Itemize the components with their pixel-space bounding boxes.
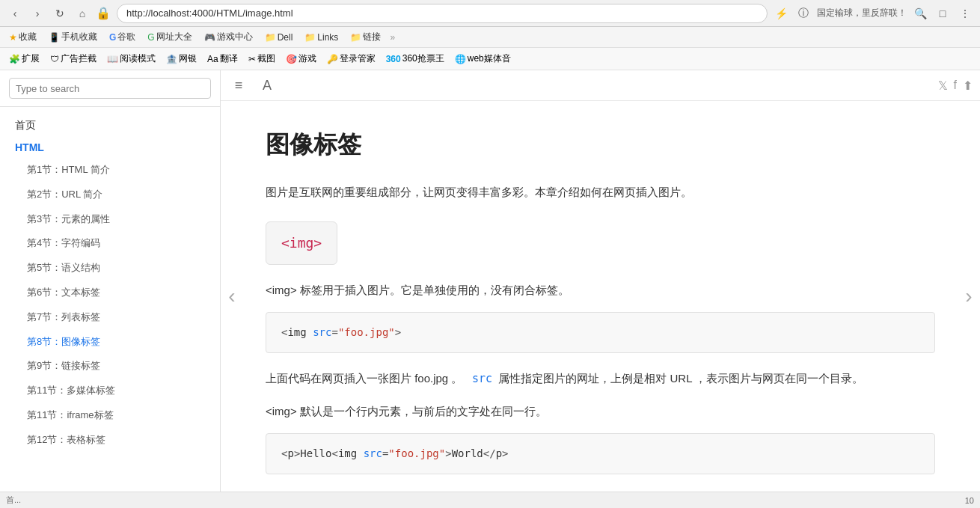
sidebar-item-4[interactable]: 第4节：字符编码 bbox=[0, 231, 220, 256]
refresh2-button[interactable]: ⚡ bbox=[772, 4, 790, 22]
code1-attr-name: src bbox=[313, 326, 331, 338]
bookmark-wangzhi-label: 网址大全 bbox=[156, 31, 192, 43]
code1-equals: = bbox=[331, 326, 337, 338]
ext-webmedia[interactable]: 🌐 web媒体音 bbox=[452, 52, 514, 66]
sidebar-item-7[interactable]: 第7节：列表标签 bbox=[0, 305, 220, 330]
browser-toolbar: ‹ › ↻ ⌂ 🔒 ⚡ ⓘ 国定输球，里反辞联！ 🔍 □ ⋮ bbox=[0, 0, 980, 27]
ext-webmedia-label: web媒体音 bbox=[468, 52, 511, 65]
bookmark-games-label: 游戏中心 bbox=[217, 31, 253, 43]
games-icon: 🎮 bbox=[204, 32, 215, 43]
bookmark-phone[interactable]: 📱 手机收藏 bbox=[46, 30, 100, 44]
cast-button[interactable]: ⓘ bbox=[794, 4, 812, 22]
address-bar[interactable] bbox=[117, 4, 768, 23]
menu-icon[interactable]: ≡ bbox=[228, 75, 249, 96]
bookmark-star-label: 收藏 bbox=[19, 31, 37, 43]
status-left: 首... bbox=[6, 495, 21, 506]
code1-close: > bbox=[395, 326, 401, 338]
bookmark-dell-label: Dell bbox=[278, 32, 293, 43]
section2-text: 上面代码在网页插入一张图片 foo.jpg 。 src 属性指定图片的网址，上例… bbox=[266, 368, 935, 389]
share-icon[interactable]: ⬆ bbox=[963, 79, 973, 93]
sidebar-item-5[interactable]: 第5节：语义结构 bbox=[0, 256, 220, 281]
webmedia-icon: 🌐 bbox=[455, 54, 466, 64]
section3-intro: <img> 默认是一个行内元素，与前后的文字处在同一行。 bbox=[266, 401, 935, 421]
bookmark-phone-label: 手机收藏 bbox=[61, 31, 97, 43]
ext-passmanager[interactable]: 🔑 登录管家 bbox=[324, 52, 379, 66]
sidebar-item-1[interactable]: 第1节：HTML 简介 bbox=[0, 158, 220, 183]
ext-360-label: 360抢票王 bbox=[402, 52, 444, 65]
search-hint: 国定输球，里反辞联！ bbox=[817, 7, 907, 19]
bookmarks-more: » bbox=[390, 32, 395, 43]
ext-adblock-label: 广告拦截 bbox=[61, 52, 97, 65]
facebook-icon[interactable]: f bbox=[954, 79, 957, 93]
sidebar-section-html[interactable]: HTML bbox=[0, 137, 220, 158]
bookmarks-bar: ★ 收藏 📱 手机收藏 G 谷歌 G 网址大全 🎮 游戏中心 📁 Dell 📁 … bbox=[0, 27, 980, 48]
bookmark-star[interactable]: ★ 收藏 bbox=[6, 30, 40, 44]
security-icon: 🔒 bbox=[96, 6, 111, 20]
screenshot-icon: ✂ bbox=[248, 54, 256, 64]
twitter-icon[interactable]: 𝕏 bbox=[938, 79, 948, 93]
360-icon: 360 bbox=[386, 54, 401, 64]
bookmark-google[interactable]: G 谷歌 bbox=[106, 30, 138, 44]
sidebar-item-2[interactable]: 第2节：URL 简介 bbox=[0, 183, 220, 207]
ext-netbank-label: 网银 bbox=[179, 52, 197, 65]
home-button[interactable]: ⌂ bbox=[73, 4, 91, 22]
sidebar-item-12[interactable]: 第12节：表格标签 bbox=[0, 428, 220, 453]
bookmark-links[interactable]: 📁 Links bbox=[301, 31, 341, 43]
section2-text1: 上面代码在网页插入一张图片 foo.jpg 。 bbox=[266, 372, 462, 385]
minimize-button[interactable]: □ bbox=[934, 4, 952, 22]
star-icon: ★ bbox=[9, 32, 17, 43]
section1-text: <img> 标签用于插入图片。它是单独使用的，没有闭合标签。 bbox=[266, 280, 935, 300]
back-button[interactable]: ‹ bbox=[6, 4, 24, 22]
font-icon[interactable]: A bbox=[257, 75, 278, 96]
ext-360[interactable]: 360 360抢票王 bbox=[383, 52, 447, 66]
ext-screenshot[interactable]: ✂ 截图 bbox=[245, 52, 278, 66]
intro-text: 图片是互联网的重要组成部分，让网页变得丰富多彩。本章介绍如何在网页插入图片。 bbox=[266, 182, 935, 202]
bookmark-chains-label: 链接 bbox=[363, 31, 381, 43]
code1-tag: img bbox=[287, 326, 306, 338]
bookmark-dell[interactable]: 📁 Dell bbox=[262, 31, 296, 43]
adblock-icon: 🛡 bbox=[50, 54, 59, 64]
search-button[interactable]: 🔍 bbox=[911, 4, 929, 22]
sidebar: 首页 HTML 第1节：HTML 简介 第2节：URL 简介 第3节：元素的属性… bbox=[0, 70, 221, 492]
sidebar-search-container bbox=[0, 70, 220, 107]
ext-games2-label: 游戏 bbox=[298, 52, 316, 65]
social-icons: 𝕏 f ⬆ bbox=[938, 79, 973, 93]
code-block-1: <img src="foo.jpg"> bbox=[266, 312, 935, 353]
ext-games2[interactable]: 🎯 游戏 bbox=[283, 52, 319, 66]
section2-text2: 属性指定图片的网址，上例是相对 URL ，表示图片与网页在同一个目录。 bbox=[498, 372, 863, 385]
ext-adblock[interactable]: 🛡 广告拦截 bbox=[47, 52, 99, 66]
sidebar-item-11a[interactable]: 第11节：多媒体标签 bbox=[0, 379, 220, 403]
sidebar-item-8[interactable]: 第8节：图像标签 bbox=[0, 330, 220, 355]
ext-translate[interactable]: Aa 翻译 bbox=[204, 52, 241, 66]
sidebar-nav: 首页 HTML 第1节：HTML 简介 第2节：URL 简介 第3节：元素的属性… bbox=[0, 107, 220, 492]
forward-button[interactable]: › bbox=[28, 4, 46, 22]
sidebar-item-11b[interactable]: 第11节：iframe标签 bbox=[0, 403, 220, 428]
bookmark-links-label: Links bbox=[317, 32, 338, 43]
expand-icon: 🧩 bbox=[9, 54, 20, 64]
content-area: 图像标签 图片是互联网的重要组成部分，让网页变得丰富多彩。本章介绍如何在网页插入… bbox=[221, 101, 980, 492]
sidebar-item-6[interactable]: 第6节：文本标签 bbox=[0, 281, 220, 305]
ext-expand[interactable]: 🧩 扩展 bbox=[6, 52, 43, 66]
code2-hello: Hello bbox=[300, 447, 331, 459]
settings-button[interactable]: ⋮ bbox=[956, 4, 974, 22]
ext-netbank[interactable]: 🏦 网银 bbox=[163, 52, 200, 66]
bookmark-games[interactable]: 🎮 游戏中心 bbox=[201, 30, 256, 44]
bookmark-google-label: 谷歌 bbox=[117, 31, 135, 43]
sidebar-item-home[interactable]: 首页 bbox=[0, 114, 220, 137]
next-page-button[interactable]: › bbox=[958, 274, 980, 319]
reader-icon: 📖 bbox=[107, 54, 118, 64]
status-page: 10 bbox=[965, 496, 974, 505]
sidebar-item-9[interactable]: 第9节：链接标签 bbox=[0, 354, 220, 379]
bookmark-wangzhi[interactable]: G 网址大全 bbox=[144, 30, 195, 44]
netbank-icon: 🏦 bbox=[166, 54, 177, 64]
refresh-button[interactable]: ↻ bbox=[51, 4, 69, 22]
chains-folder-icon: 📁 bbox=[350, 32, 361, 43]
prev-page-button[interactable]: ‹ bbox=[221, 274, 243, 319]
extensions-bar: 🧩 扩展 🛡 广告拦截 📖 阅读模式 🏦 网银 Aa 翻译 ✂ 截图 🎯 游戏 … bbox=[0, 48, 980, 70]
bookmark-chains[interactable]: 📁 链接 bbox=[347, 30, 384, 44]
links-folder-icon: 📁 bbox=[304, 32, 316, 43]
passmanager-icon: 🔑 bbox=[327, 54, 338, 64]
ext-reader[interactable]: 📖 阅读模式 bbox=[104, 52, 159, 66]
sidebar-item-3[interactable]: 第3节：元素的属性 bbox=[0, 207, 220, 232]
search-input[interactable] bbox=[9, 78, 211, 99]
